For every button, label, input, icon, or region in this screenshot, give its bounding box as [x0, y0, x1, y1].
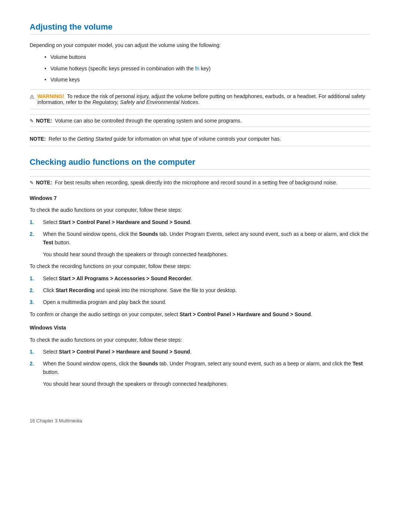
win7-intro: To check the audio functions on your com…	[30, 206, 370, 214]
note-box-1: ✎ NOTE: Volume can also be controlled th…	[30, 114, 370, 127]
list-item: 1. Select Start > Control Panel > Hardwa…	[30, 348, 370, 356]
note2-content: NOTE: Refer to the Getting Started guide…	[30, 136, 281, 142]
bullet-list-volume: Volume buttons Volume hotkeys (specific …	[44, 53, 370, 84]
list-item: 2. When the Sound window opens, click th…	[30, 230, 370, 247]
vista-intro: To check the audio functions on your com…	[30, 336, 370, 344]
list-item: 2. When the Sound window opens, click th…	[30, 359, 370, 376]
note-box-3: ✎ NOTE: For best results when recording,…	[30, 176, 370, 189]
warning-content: WARNING! To reduce the risk of personal …	[37, 93, 370, 105]
list-item: 3. Open a multimedia program and play ba…	[30, 298, 370, 306]
section2-title: Checking audio functions on the computer	[30, 157, 370, 170]
warning-box: ⚠ WARNING! To reduce the risk of persona…	[30, 89, 370, 109]
note-box-2: NOTE: Refer to the Getting Started guide…	[30, 131, 370, 146]
section1-intro: Depending on your computer model, you ca…	[30, 41, 370, 49]
list-item: Volume hotkeys (specific keys pressed in…	[44, 64, 370, 73]
warning-icon: ⚠	[30, 94, 34, 100]
note1-content: NOTE: Volume can also be controlled thro…	[36, 118, 242, 124]
win7-recording-intro: To check the recording functions on your…	[30, 262, 370, 270]
section-checking-audio: Checking audio functions on the computer…	[30, 157, 370, 388]
list-item: 2. Click Start Recording and speak into …	[30, 286, 370, 294]
fn-link: fn	[195, 66, 200, 71]
list-item: 1. Select Start > Control Panel > Hardwa…	[30, 218, 370, 226]
list-item: 1. Select Start > All Programs > Accesso…	[30, 274, 370, 282]
note-icon-1: ✎	[30, 118, 34, 124]
note3-content: NOTE: For best results when recording, s…	[36, 180, 337, 185]
win7-rec-steps-list: 1. Select Start > All Programs > Accesso…	[30, 274, 370, 307]
section-adjusting-volume: Adjusting the volume Depending on your c…	[30, 22, 370, 146]
page-footer: 16 Chapter 3 Multimedia	[30, 418, 370, 424]
vista-steps-list: 1. Select Start > Control Panel > Hardwa…	[30, 348, 370, 376]
win7-after-steps: You should hear sound through the speake…	[43, 250, 370, 258]
win7-confirm: To confirm or change the audio settings …	[30, 310, 370, 318]
list-item: Volume buttons	[44, 53, 370, 61]
vista-after-steps: You should hear sound through the speake…	[43, 380, 370, 388]
note-icon-2: ✎	[30, 180, 34, 185]
windows7-label: Windows 7	[30, 194, 370, 202]
list-item: Volume keys	[44, 76, 370, 84]
page-content: Adjusting the volume Depending on your c…	[30, 22, 370, 424]
win7-steps-list: 1. Select Start > Control Panel > Hardwa…	[30, 218, 370, 247]
windowsvista-label: Windows Vista	[30, 324, 370, 332]
section1-title: Adjusting the volume	[30, 22, 370, 34]
